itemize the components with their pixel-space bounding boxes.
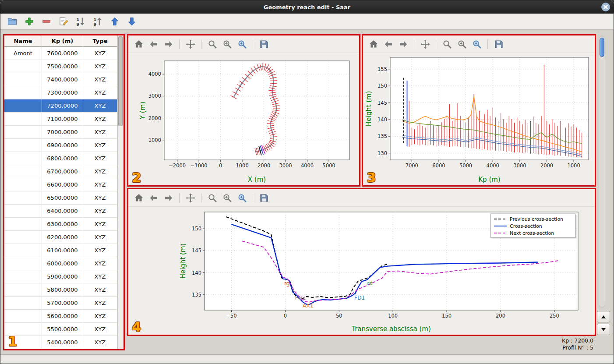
cell-name[interactable] bbox=[4, 60, 42, 73]
cell-type[interactable]: XYZ bbox=[83, 165, 117, 178]
cell-kp[interactable]: 5400.0000 bbox=[42, 336, 83, 349]
table-scrollbar-thumb[interactable] bbox=[118, 36, 123, 126]
home-button[interactable] bbox=[133, 192, 145, 204]
cell-type[interactable]: XYZ bbox=[83, 86, 117, 99]
cell-kp[interactable]: 5900.0000 bbox=[42, 270, 83, 283]
plan-view-chart[interactable]: −2000−1000010002000300040005000100020003… bbox=[128, 53, 359, 185]
column-header-name[interactable]: Name bbox=[4, 35, 42, 47]
cell-name[interactable] bbox=[4, 178, 42, 191]
forward-button[interactable] bbox=[162, 38, 174, 50]
table-row[interactable]: 5700.0000XYZ bbox=[4, 297, 117, 310]
cell-type[interactable]: XYZ bbox=[83, 139, 117, 152]
pan-button[interactable] bbox=[184, 192, 196, 204]
table-row[interactable]: 5500.0000XYZ bbox=[4, 323, 117, 336]
cell-type[interactable]: XYZ bbox=[83, 310, 117, 323]
cell-name[interactable] bbox=[4, 218, 42, 231]
cell-type[interactable]: XYZ bbox=[83, 218, 117, 231]
cell-name[interactable] bbox=[4, 165, 42, 178]
back-button[interactable] bbox=[148, 192, 159, 204]
sort-desc-button[interactable]: 19 bbox=[74, 15, 87, 28]
table-row[interactable]: 6300.0000XYZ bbox=[4, 218, 117, 231]
profile-up-button[interactable] bbox=[597, 311, 610, 322]
cell-kp[interactable]: 7000.0000 bbox=[42, 126, 83, 139]
zoom-button[interactable] bbox=[206, 38, 218, 50]
table-row[interactable]: 5900.0000XYZ bbox=[4, 270, 117, 283]
cell-type[interactable]: XYZ bbox=[83, 99, 117, 113]
table-scrollbar[interactable] bbox=[117, 35, 124, 349]
cell-kp[interactable]: 5600.0000 bbox=[42, 310, 83, 323]
cell-kp[interactable]: 6800.0000 bbox=[42, 152, 83, 165]
zoom-in-button[interactable] bbox=[221, 192, 233, 204]
cell-name[interactable] bbox=[4, 126, 42, 139]
cell-type[interactable]: XYZ bbox=[83, 60, 117, 73]
table-row[interactable]: 7100.0000XYZ bbox=[4, 113, 117, 126]
cell-kp[interactable]: 6500.0000 bbox=[42, 191, 83, 205]
cell-type[interactable]: XYZ bbox=[83, 257, 117, 270]
cell-type[interactable]: XYZ bbox=[83, 323, 117, 336]
cell-type[interactable]: XYZ bbox=[83, 336, 117, 349]
table-row[interactable]: 6700.0000XYZ bbox=[4, 165, 117, 178]
cell-type[interactable]: XYZ bbox=[83, 178, 117, 191]
longitudinal-profile-chart[interactable]: 7000600050004000300020001000130135140145… bbox=[363, 53, 595, 185]
table-row[interactable]: 6400.0000XYZ bbox=[4, 205, 117, 218]
cell-name[interactable] bbox=[4, 205, 42, 218]
save-button[interactable] bbox=[258, 192, 270, 204]
table-row[interactable]: 7500.0000XYZ bbox=[4, 60, 117, 73]
cell-kp[interactable]: 7400.0000 bbox=[42, 73, 83, 86]
cell-name[interactable] bbox=[4, 270, 42, 283]
table-row[interactable]: 6500.0000XYZ bbox=[4, 191, 117, 205]
table-row[interactable]: 6200.0000XYZ bbox=[4, 231, 117, 244]
cell-name[interactable] bbox=[4, 191, 42, 205]
table-row-selected[interactable]: 7200.0000XYZ bbox=[4, 99, 117, 113]
zoom-rect-button[interactable] bbox=[236, 192, 248, 204]
cell-name[interactable] bbox=[4, 297, 42, 310]
zoom-button[interactable] bbox=[206, 192, 218, 204]
cell-name[interactable] bbox=[4, 86, 42, 99]
table-row[interactable]: 7000.0000XYZ bbox=[4, 126, 117, 139]
cell-name[interactable] bbox=[4, 310, 42, 323]
cell-type[interactable]: XYZ bbox=[83, 205, 117, 218]
cell-kp[interactable]: 6700.0000 bbox=[42, 165, 83, 178]
table-row[interactable]: 6900.0000XYZ bbox=[4, 139, 117, 152]
table-row[interactable]: 5600.0000XYZ bbox=[4, 310, 117, 323]
save-button[interactable] bbox=[493, 38, 505, 50]
cell-kp[interactable]: 7300.0000 bbox=[42, 86, 83, 99]
table-row[interactable]: 6800.0000XYZ bbox=[4, 152, 117, 165]
edit-button[interactable] bbox=[57, 15, 70, 28]
back-button[interactable] bbox=[148, 38, 159, 50]
cell-kp[interactable]: 5800.0000 bbox=[42, 283, 83, 297]
column-header-kp[interactable]: Kp (m) bbox=[42, 35, 83, 47]
cell-name[interactable] bbox=[4, 244, 42, 257]
cell-type[interactable]: XYZ bbox=[83, 244, 117, 257]
table-row[interactable]: 6000.0000XYZ bbox=[4, 257, 117, 270]
column-header-type[interactable]: Type bbox=[83, 35, 117, 47]
home-button[interactable] bbox=[133, 38, 145, 50]
cell-name[interactable] bbox=[4, 152, 42, 165]
move-down-button[interactable] bbox=[125, 15, 138, 28]
cell-kp[interactable]: 6000.0000 bbox=[42, 257, 83, 270]
home-button[interactable] bbox=[367, 38, 379, 50]
cell-name[interactable]: Amont bbox=[4, 47, 42, 60]
profile-down-button[interactable] bbox=[597, 324, 610, 335]
cell-type[interactable]: XYZ bbox=[83, 47, 117, 60]
cell-kp[interactable]: 7200.0000 bbox=[42, 99, 83, 113]
remove-button[interactable] bbox=[40, 15, 53, 28]
open-button[interactable] bbox=[6, 15, 19, 28]
cell-name[interactable] bbox=[4, 99, 42, 113]
cell-type[interactable]: XYZ bbox=[83, 113, 117, 126]
zoom-rect-button[interactable] bbox=[236, 38, 248, 50]
cross-section-chart[interactable]: −50050100150200250135140145150Transverse… bbox=[128, 207, 595, 335]
vertical-scrollbar-thumb[interactable] bbox=[600, 38, 604, 57]
zoom-button[interactable] bbox=[441, 38, 453, 50]
cell-type[interactable]: XYZ bbox=[83, 152, 117, 165]
forward-button[interactable] bbox=[162, 192, 174, 204]
add-button[interactable] bbox=[23, 15, 36, 28]
cell-type[interactable]: XYZ bbox=[83, 73, 117, 86]
cell-name[interactable] bbox=[4, 231, 42, 244]
zoom-in-button[interactable] bbox=[221, 38, 233, 50]
cell-kp[interactable]: 7500.0000 bbox=[42, 60, 83, 73]
table-row[interactable]: 7400.0000XYZ bbox=[4, 73, 117, 86]
cell-type[interactable]: XYZ bbox=[83, 270, 117, 283]
cell-kp[interactable]: 6200.0000 bbox=[42, 231, 83, 244]
table-row[interactable]: 6100.0000XYZ bbox=[4, 244, 117, 257]
